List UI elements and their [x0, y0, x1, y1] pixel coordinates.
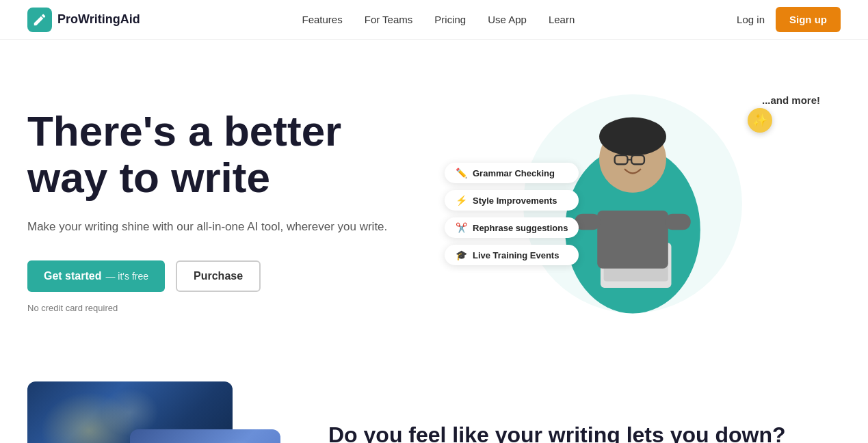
logo-svg — [32, 12, 47, 27]
pill-style: ⚡ Style Improvements — [445, 190, 579, 211]
training-label: Live Training Events — [473, 250, 559, 260]
hero-subtitle: Make your writing shine with our all-in-… — [27, 217, 397, 236]
style-icon: ⚡ — [456, 195, 467, 206]
svg-rect-8 — [597, 211, 668, 269]
pill-rephrase: ✂️ Rephrase suggestions — [445, 217, 579, 238]
star-badge: ✨ — [748, 108, 772, 133]
hero-buttons: Get started — it's free Purchase — [27, 260, 397, 292]
second-content: Do you feel like your writing lets you d… — [328, 422, 841, 443]
svg-point-2 — [599, 118, 666, 156]
navbar-actions: Log in Sign up — [737, 7, 841, 32]
hero-section: There's a better way to write Make your … — [0, 40, 868, 368]
second-visual: My idea in my head — [27, 381, 287, 443]
nav-link-pricing[interactable]: Pricing — [434, 14, 466, 25]
grammar-icon: ✏️ — [456, 167, 467, 178]
pill-grammar: ✏️ Grammar Checking — [445, 163, 579, 183]
logo-icon — [27, 8, 52, 32]
nav-item-features[interactable]: Features — [302, 14, 343, 26]
get-started-label: Get started — [44, 270, 101, 282]
person-illustration — [557, 101, 708, 320]
feature-pills: ✏️ Grammar Checking ⚡ Style Improvements… — [445, 163, 579, 265]
no-credit-card-text: No credit card required — [27, 303, 397, 313]
nav-link-features[interactable]: Features — [302, 14, 343, 25]
style-label: Style Improvements — [473, 196, 557, 206]
hero-content: There's a better way to write Make your … — [27, 108, 424, 314]
nav-item-learn[interactable]: Learn — [549, 14, 575, 26]
second-card-overlay — [130, 429, 280, 443]
purchase-button[interactable]: Purchase — [176, 260, 261, 292]
nav-link-forteams[interactable]: For Teams — [365, 14, 413, 25]
hero-title-line2: way to write — [27, 154, 270, 201]
second-title: Do you feel like your writing lets you d… — [328, 422, 841, 443]
swirl2 — [130, 429, 280, 443]
nav-item-forteams[interactable]: For Teams — [365, 14, 413, 26]
nav-item-pricing[interactable]: Pricing — [434, 14, 466, 26]
nav-link-learn[interactable]: Learn — [549, 14, 575, 25]
signup-button[interactable]: Sign up — [776, 7, 841, 32]
svg-rect-10 — [665, 214, 691, 230]
more-label: ...and more! — [762, 94, 820, 106]
second-section: My idea in my head Do you feel like your… — [0, 368, 868, 443]
login-button[interactable]: Log in — [737, 14, 765, 25]
grammar-label: Grammar Checking — [473, 168, 555, 178]
hero-visual: ...and more! ✨ — [424, 81, 841, 340]
hero-title-line1: There's a better — [27, 107, 341, 155]
pill-training: 🎓 Live Training Events — [445, 245, 579, 265]
nav-menu: Features For Teams Pricing Use App Learn — [302, 14, 575, 26]
rephrase-icon: ✂️ — [456, 222, 467, 233]
get-started-button[interactable]: Get started — it's free — [27, 260, 165, 292]
nav-item-useapp[interactable]: Use App — [488, 14, 527, 26]
second-title-text: Do you feel like your writing lets you d… — [328, 422, 786, 443]
nav-link-useapp[interactable]: Use App — [488, 14, 527, 25]
free-label: — it's free — [105, 271, 148, 282]
logo-text: ProWritingAid — [57, 12, 140, 27]
star-icon: ✨ — [752, 113, 767, 128]
training-icon: 🎓 — [456, 250, 467, 260]
navbar: ProWritingAid Features For Teams Pricing… — [0, 0, 868, 40]
rephrase-label: Rephrase suggestions — [473, 223, 568, 233]
hero-title: There's a better way to write — [27, 108, 397, 201]
logo-link[interactable]: ProWritingAid — [27, 8, 140, 32]
